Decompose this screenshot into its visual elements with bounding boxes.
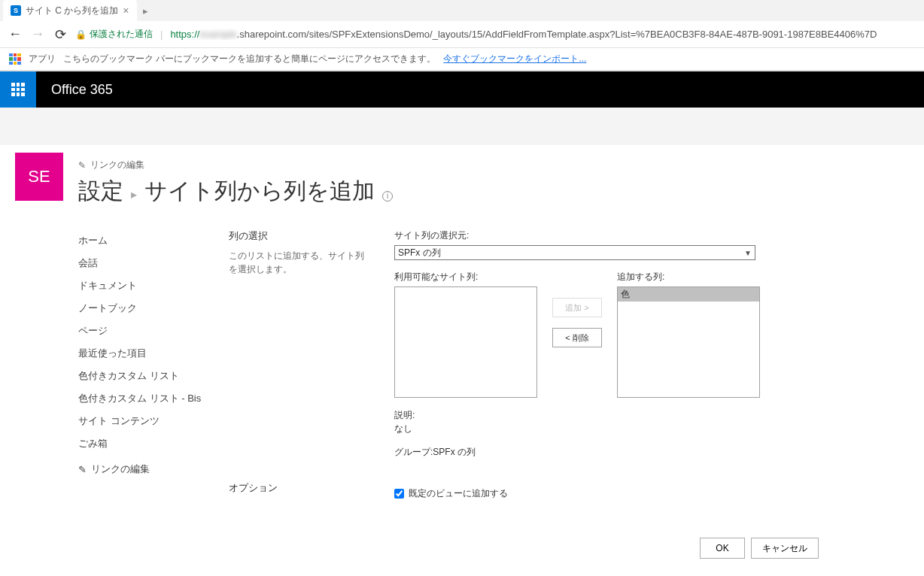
bookmark-bar: アプリ こちらのブックマーク バーにブックマークを追加すると簡単にページにアクセ…	[0, 48, 924, 71]
chevron-right-icon: ▸	[131, 187, 137, 202]
browser-chrome: S サイト C から列を追加 × ▸ ← → ⟳ 🔒 保護された通信 | htt…	[0, 0, 924, 71]
toadd-columns-listbox[interactable]: 色	[617, 286, 760, 398]
secure-label: 保護された通信	[90, 28, 153, 41]
url-separator: |	[160, 29, 163, 40]
breadcrumb-settings[interactable]: 設定	[78, 176, 123, 207]
group-info-label: グループ:	[394, 447, 433, 457]
bookmark-message: こちらのブックマーク バーにブックマークを追加すると簡単にページにアクセスできま…	[63, 53, 436, 65]
suite-nav: Office 365	[0, 71, 924, 108]
ok-button[interactable]: OK	[700, 538, 745, 559]
add-to-default-view-checkbox[interactable]: 既定のビューに追加する	[394, 487, 909, 500]
group-select-value: SPFx の列	[398, 247, 441, 259]
group-select[interactable]: SPFx の列 ▼	[394, 245, 755, 260]
add-button: 追加 >	[552, 298, 602, 317]
left-nav: ホーム 会話 ドキュメント ノートブック ページ 最近使った項目 色付きカスタム…	[78, 229, 206, 559]
description-value: なし	[394, 422, 909, 435]
lock-icon: 🔒	[75, 29, 87, 40]
list-item[interactable]: 色	[618, 287, 759, 302]
group-info-value: SPFx の列	[433, 447, 476, 457]
remove-button[interactable]: < 削除	[552, 328, 602, 347]
back-button[interactable]: ←	[8, 27, 23, 42]
reload-button[interactable]: ⟳	[53, 27, 68, 42]
info-icon[interactable]: i	[382, 191, 393, 202]
available-columns-listbox[interactable]	[394, 286, 537, 398]
toadd-columns-label: 追加する列:	[617, 271, 760, 283]
pencil-icon: ✎	[78, 464, 87, 475]
browser-tab[interactable]: S サイト C から列を追加 ×	[3, 0, 137, 21]
nav-custom-list[interactable]: 色付きカスタム リスト	[78, 365, 206, 387]
section-column-select-title: 列の選択	[229, 229, 372, 243]
section-options-title: オプション	[229, 481, 372, 500]
add-to-default-view-input[interactable]	[394, 489, 404, 499]
app-launcher[interactable]	[0, 71, 36, 108]
pencil-icon: ✎	[78, 160, 86, 171]
tab-title: サイト C から列を追加	[26, 5, 118, 17]
url-host-blur: example	[199, 29, 236, 40]
nav-recent[interactable]: 最近使った項目	[78, 342, 206, 365]
nav-notebook[interactable]: ノートブック	[78, 297, 206, 320]
nav-site-contents[interactable]: サイト コンテンツ	[78, 410, 206, 432]
edit-links-label: リンクの編集	[90, 159, 144, 171]
secure-indicator[interactable]: 🔒 保護された通信	[75, 28, 153, 41]
apps-icon[interactable]	[9, 53, 21, 65]
available-columns-label: 利用可能なサイト列:	[394, 271, 537, 283]
page-title-row: 設定 ▸ サイト列から列を追加 i	[78, 176, 909, 207]
edit-links-top[interactable]: ✎ リンクの編集	[78, 159, 909, 171]
new-tab-button[interactable]: ▸	[137, 5, 154, 17]
brand-label[interactable]: Office 365	[36, 82, 128, 98]
nav-documents[interactable]: ドキュメント	[78, 274, 206, 297]
add-to-default-view-label: 既定のビューに追加する	[409, 487, 508, 500]
tab-strip: S サイト C から列を追加 × ▸	[0, 0, 924, 21]
apps-label[interactable]: アプリ	[29, 53, 56, 65]
import-bookmarks-link[interactable]: 今すぐブックマークをインポート...	[443, 53, 586, 65]
url-path: .sharepoint.com/sites/SPFxExtensionsDemo…	[237, 29, 877, 40]
nav-custom-list-bis[interactable]: 色付きカスタム リスト - Bis	[78, 387, 206, 410]
page-title: サイト列から列を追加	[144, 176, 375, 207]
forward-button: →	[30, 27, 45, 42]
group-select-label: サイト列の選択元:	[394, 229, 909, 242]
url-protocol: https://	[170, 29, 199, 40]
sub-header	[0, 108, 924, 145]
address-bar: ← → ⟳ 🔒 保護された通信 | https://example.sharep…	[0, 21, 924, 48]
sharepoint-favicon: S	[11, 5, 21, 16]
description-label: 説明:	[394, 408, 909, 422]
nav-edit-links[interactable]: ✎ リンクの編集	[78, 462, 206, 476]
nav-conversations[interactable]: 会話	[78, 252, 206, 274]
nav-edit-links-label: リンクの編集	[91, 462, 150, 476]
cancel-button[interactable]: キャンセル	[751, 538, 819, 559]
section-column-select-desc: このリストに追加する、サイト列を選択します。	[229, 249, 372, 276]
close-tab-icon[interactable]: ×	[123, 5, 129, 17]
chevron-down-icon: ▼	[744, 249, 752, 257]
nav-home[interactable]: ホーム	[78, 229, 206, 252]
nav-pages[interactable]: ページ	[78, 320, 206, 342]
waffle-icon	[11, 83, 25, 96]
site-logo-tile[interactable]: SE	[15, 153, 63, 201]
nav-recycle-bin[interactable]: ごみ箱	[78, 432, 206, 455]
url-display[interactable]: https://example.sharepoint.com/sites/SPF…	[170, 29, 877, 40]
